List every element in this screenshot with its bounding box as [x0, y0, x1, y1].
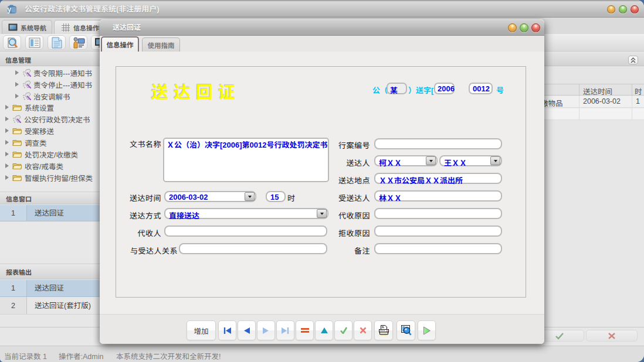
svg-text:y: y: [8, 5, 12, 13]
